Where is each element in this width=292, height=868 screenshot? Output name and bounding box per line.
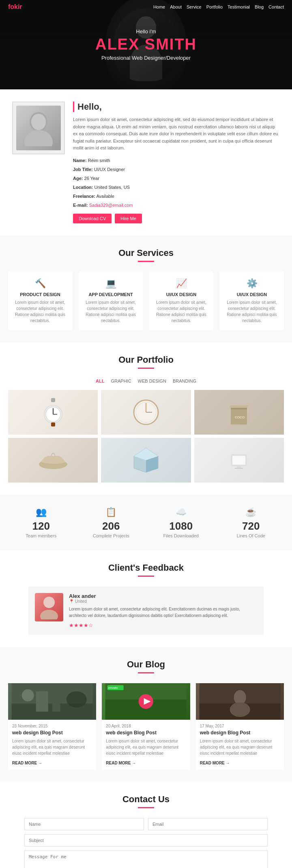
stat-label-1: Complete Projects: [78, 533, 144, 538]
blog-underline: [138, 672, 154, 673]
stat-item-3: ☕ 720 Lines Of Code: [218, 507, 284, 538]
filter-branding[interactable]: BRANDING: [173, 379, 196, 383]
service-desc-1: Lorem ipsum dolor sit amet, consectetur …: [84, 299, 138, 324]
portfolio-filter: ALL GRAPHIC WEB DESIGN BRANDING: [8, 379, 284, 383]
service-desc-0: Lorem ipsum dolor sit amet, consectetur …: [13, 299, 67, 324]
portfolio-grid: COCO: [8, 390, 284, 483]
service-icon-0: 🔨: [13, 278, 67, 289]
about-description: Lorem ipsum dolor sit amet, consectetur …: [73, 116, 280, 152]
service-title-2: UI/UX DESIGN: [154, 292, 208, 297]
subject-input[interactable]: [24, 834, 268, 846]
form-row-1: [24, 818, 268, 830]
blog-thumb-1: envato: [102, 683, 190, 720]
stat-number-1: 206: [78, 520, 144, 532]
portfolio-item-3[interactable]: [8, 438, 98, 483]
email-input[interactable]: [148, 818, 268, 830]
nav-portfolio[interactable]: Portfolio: [206, 4, 223, 9]
blog-title: Our Blog: [8, 659, 284, 670]
blog-desc-2: Lorem ipsum dolor sit amet, consectetur …: [200, 738, 280, 756]
svg-point-2: [31, 114, 46, 130]
feedback-stars: ★★★★☆: [69, 622, 257, 628]
feedback-location: 📍 United: [69, 599, 257, 604]
about-age-label: Age:: [73, 176, 83, 181]
stat-icon-2: ☁️: [148, 507, 214, 517]
service-card-1: 💻 APP DEVELOPMENT Lorem ipsum dolor sit …: [79, 272, 143, 330]
about-image-wrap: [12, 102, 65, 154]
service-desc-2: Lorem ipsum dolor sit amet, consectetur …: [154, 299, 208, 324]
nav-service[interactable]: Service: [187, 4, 202, 9]
svg-rect-31: [52, 695, 60, 712]
hire-me-button[interactable]: Hire Me: [115, 214, 142, 223]
hero-subtitle: Professional Web Designer/Developer: [95, 55, 197, 61]
nav-home[interactable]: Home: [153, 4, 165, 9]
portfolio-item-4[interactable]: [101, 438, 191, 483]
nav-testimonial[interactable]: Testimonial: [228, 4, 250, 9]
about-hello: Hello,: [73, 102, 280, 112]
stat-number-3: 720: [218, 520, 284, 532]
portfolio-item-1[interactable]: [101, 390, 191, 435]
blog-post-title-0: web design Blog Post: [12, 730, 92, 736]
stats-grid: 👥 120 Team members 📋 206 Complete Projec…: [8, 507, 284, 538]
about-job-label: Job Title:: [73, 167, 93, 172]
svg-point-25: [43, 597, 55, 608]
blog-date-0: 23 November, 2015: [12, 724, 92, 728]
about-text: Hello, Lorem ipsum dolor sit amet, conse…: [73, 102, 280, 223]
portfolio-item-5[interactable]: [194, 438, 284, 483]
contact-underline: [138, 807, 154, 808]
about-freelance-value: Available: [96, 194, 114, 199]
services-underline: [138, 261, 154, 262]
stat-number-0: 120: [8, 520, 74, 532]
about-buttons: Download CV Hire Me: [73, 214, 280, 223]
hero-greeting: Hello i'm: [95, 28, 197, 35]
svg-rect-23: [237, 466, 241, 468]
services-title: Our Services: [8, 248, 284, 258]
message-input[interactable]: [24, 851, 268, 868]
about-avatar: [16, 106, 61, 150]
portfolio-item-0[interactable]: [8, 390, 98, 435]
service-title-1: APP DEVELOPMENT: [84, 292, 138, 297]
portfolio-title: Our Portfolio: [8, 355, 284, 365]
svg-point-29: [22, 689, 34, 701]
stats-section: 👥 120 Team members 📋 206 Complete Projec…: [0, 495, 292, 550]
filter-web-design[interactable]: WEB DESIGN: [138, 379, 166, 383]
name-input[interactable]: [24, 818, 144, 830]
download-cv-button[interactable]: Download CV: [73, 214, 112, 223]
read-more-2[interactable]: READ MORE: [200, 761, 230, 765]
blog-date-1: 20 April, 2018: [106, 724, 186, 728]
stat-number-2: 1080: [148, 520, 214, 532]
nav-about[interactable]: About: [170, 4, 182, 9]
blog-desc-0: Lorem ipsum dolor sit amet, consectetur …: [12, 738, 92, 756]
blog-grid: 23 November, 2015 web design Blog Post L…: [8, 683, 284, 770]
hero-content: Hello i'm ALEX SMITH Professional Web De…: [95, 28, 197, 61]
nav-contact[interactable]: Contact: [268, 4, 284, 9]
nav-logo[interactable]: fokir: [8, 3, 22, 11]
about-name-value: Réim smith: [88, 158, 110, 163]
filter-all[interactable]: ALL: [96, 379, 104, 383]
portfolio-section: Our Portfolio ALL GRAPHIC WEB DESIGN BRA…: [0, 342, 292, 495]
contact-form: Send Message: [24, 818, 268, 868]
stat-item-1: 📋 206 Complete Projects: [78, 507, 144, 538]
nav-blog[interactable]: Blog: [255, 4, 264, 9]
read-more-1[interactable]: READ MORE: [106, 761, 136, 765]
svg-rect-30: [36, 691, 48, 712]
filter-graphic[interactable]: GRAPHIC: [111, 379, 131, 383]
svg-rect-15: [230, 405, 248, 408]
blog-body-1: 20 April, 2018 web design Blog Post Lore…: [102, 720, 190, 770]
blog-card-0: 23 November, 2015 web design Blog Post L…: [8, 683, 96, 770]
stat-item-2: ☁️ 1080 Files Downloaded: [148, 507, 214, 538]
services-grid: 🔨 PRODUCT DESIGN Lorem ipsum dolor sit a…: [8, 272, 284, 330]
portfolio-item-2[interactable]: COCO: [194, 390, 284, 435]
service-icon-3: ⚙️: [225, 278, 279, 289]
blog-card-1: envato 20 April, 2018 web design Blog Po…: [102, 683, 190, 770]
read-more-0[interactable]: READ MORE: [12, 761, 42, 765]
nav-links: Home About Service Portfolio Testimonial…: [153, 4, 284, 9]
stat-item-0: 👥 120 Team members: [8, 507, 74, 538]
blog-post-title-1: web design Blog Post: [106, 730, 186, 736]
about-email-link[interactable]: Sadia329@email.com: [89, 203, 133, 208]
svg-point-1: [24, 130, 53, 146]
service-desc-3: Lorem ipsum dolor sit amet, consectetur …: [225, 299, 279, 324]
svg-point-26: [40, 610, 58, 619]
blog-date-2: 17 May, 2017: [200, 724, 280, 728]
about-location-value: United States, US: [94, 185, 130, 190]
service-card-0: 🔨 PRODUCT DESIGN Lorem ipsum dolor sit a…: [8, 272, 72, 330]
